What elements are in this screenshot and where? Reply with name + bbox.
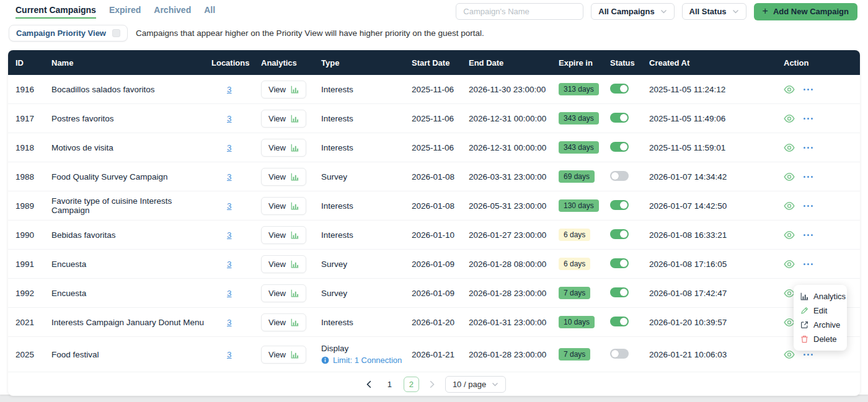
filter-controls: All Campaigns All Status + Add New Campa… — [456, 3, 857, 20]
locations-link[interactable]: 3 — [227, 230, 232, 240]
locations-cell: 3 — [211, 260, 261, 269]
locations-link[interactable]: 3 — [227, 143, 232, 152]
tab-all[interactable]: All — [204, 5, 215, 19]
view-analytics-button[interactable]: View — [261, 110, 306, 128]
locations-link[interactable]: 3 — [227, 289, 232, 298]
column-header-action: Action — [784, 58, 860, 68]
locations-link[interactable]: 3 — [227, 172, 232, 181]
view-analytics-button[interactable]: View — [261, 346, 306, 364]
locations-link[interactable]: 3 — [227, 114, 232, 123]
campaign-type-value: Interests — [321, 114, 412, 123]
locations-cell: 3 — [211, 350, 261, 359]
priority-view-checkbox[interactable] — [112, 29, 120, 37]
more-actions-button[interactable] — [804, 205, 813, 207]
page-1-button[interactable]: 1 — [382, 377, 397, 392]
preview-button[interactable] — [784, 201, 795, 211]
add-new-campaign-button[interactable]: + Add New Campaign — [754, 3, 857, 20]
preview-button[interactable] — [784, 114, 795, 123]
start-date-cell: 2026-01-09 — [412, 289, 469, 298]
bar-chart-icon — [291, 202, 299, 210]
menu-item-analytics[interactable]: Analytics — [794, 289, 847, 304]
page-size-select[interactable]: 10 / page — [445, 376, 506, 393]
locations-cell: 3 — [211, 85, 261, 94]
more-actions-button[interactable] — [804, 118, 813, 120]
status-toggle[interactable] — [610, 171, 629, 181]
locations-link[interactable]: 3 — [227, 350, 232, 359]
campaign-name-cell: Postres favoritos — [51, 114, 211, 123]
more-actions-button[interactable] — [804, 354, 813, 356]
next-page-button[interactable] — [425, 377, 439, 391]
status-toggle[interactable] — [610, 317, 629, 326]
locations-link[interactable]: 3 — [227, 201, 232, 211]
search-input[interactable] — [456, 3, 583, 20]
more-actions-button[interactable] — [804, 176, 813, 178]
tab-bar: Current Campaigns Expired Archived All — [16, 5, 215, 19]
view-analytics-label: View — [268, 289, 286, 298]
preview-button[interactable] — [784, 85, 795, 94]
more-actions-button[interactable] — [804, 147, 813, 149]
view-analytics-button[interactable]: View — [261, 81, 306, 98]
start-date-cell: 2026-01-09 — [412, 260, 469, 269]
campaign-type-cell: Interests — [321, 143, 412, 152]
page-2-button[interactable]: 2 — [404, 377, 419, 392]
column-header-start-date: Start Date — [412, 58, 469, 68]
bar-chart-icon — [291, 115, 299, 123]
locations-link[interactable]: 3 — [227, 260, 232, 269]
bar-chart-icon — [800, 292, 808, 300]
preview-button[interactable] — [784, 230, 795, 240]
campaign-priority-view-button[interactable]: Campaign Priority View — [9, 25, 128, 42]
more-actions-button[interactable] — [804, 234, 813, 236]
more-actions-button[interactable] — [804, 263, 813, 265]
column-header-created-at: Created At — [649, 58, 784, 68]
status-toggle[interactable] — [610, 200, 629, 210]
expire-badge: 343 days — [559, 112, 599, 125]
campaigns-filter-select[interactable]: All Campaigns — [591, 3, 674, 20]
campaign-type-cell: Survey — [321, 289, 412, 298]
locations-link[interactable]: 3 — [227, 318, 232, 327]
campaign-type-cell: Survey — [321, 260, 412, 269]
table-row: 2021Interests Campaign January Donut Men… — [8, 308, 860, 337]
status-cell — [610, 229, 649, 241]
view-analytics-button[interactable]: View — [261, 226, 306, 244]
expire-badge: 7 days — [559, 287, 590, 299]
status-toggle[interactable] — [610, 258, 629, 268]
tab-archived[interactable]: Archived — [154, 5, 191, 19]
preview-button[interactable] — [784, 350, 795, 359]
view-analytics-button[interactable]: View — [261, 313, 306, 331]
status-toggle[interactable] — [610, 229, 629, 239]
view-analytics-button[interactable]: View — [261, 284, 306, 302]
menu-item-delete[interactable]: Delete — [794, 332, 847, 346]
campaign-type-cell: Interests — [321, 230, 412, 240]
view-analytics-button[interactable]: View — [261, 255, 306, 273]
status-toggle[interactable] — [610, 142, 629, 152]
eye-icon — [784, 350, 795, 359]
menu-item-edit[interactable]: Edit — [794, 304, 847, 318]
status-toggle[interactable] — [610, 287, 629, 297]
tab-current-campaigns[interactable]: Current Campaigns — [16, 5, 96, 19]
action-cell — [784, 260, 860, 269]
preview-button[interactable] — [784, 172, 795, 181]
end-date-cell: 2026-01-27 23:00:00 — [469, 230, 559, 240]
campaign-id-cell: 1916 — [8, 85, 51, 94]
preview-button[interactable] — [784, 260, 795, 269]
prev-page-button[interactable] — [362, 377, 376, 391]
menu-item-archive[interactable]: Archive — [794, 318, 847, 332]
status-toggle[interactable] — [610, 113, 629, 123]
view-analytics-label: View — [268, 350, 286, 359]
tab-expired[interactable]: Expired — [109, 5, 141, 19]
more-actions-button[interactable] — [804, 89, 813, 90]
expire-in-cell: 69 days — [559, 170, 610, 183]
locations-link[interactable]: 3 — [227, 85, 232, 94]
campaigns-filter-value: All Campaigns — [598, 7, 654, 16]
view-analytics-button[interactable]: View — [261, 168, 306, 186]
table-row: 1989Favorite type of cuisine Interests C… — [8, 191, 860, 221]
view-analytics-button[interactable]: View — [261, 139, 306, 157]
status-toggle[interactable] — [610, 349, 629, 359]
campaign-name-cell: Food Quality Survey Campaign — [51, 172, 211, 181]
status-filter-select[interactable]: All Status — [682, 3, 746, 20]
status-toggle[interactable] — [610, 84, 629, 94]
connection-limit-note: Limit: 1 Connection — [321, 356, 412, 365]
campaign-name-cell: Encuesta — [51, 260, 211, 269]
preview-button[interactable] — [784, 143, 795, 152]
view-analytics-button[interactable]: View — [261, 197, 306, 215]
